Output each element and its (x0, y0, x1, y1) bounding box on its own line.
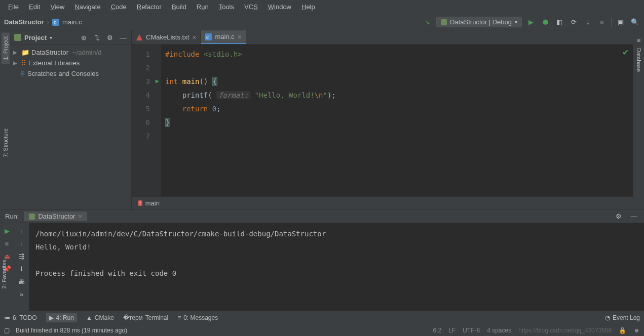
tab-favorites[interactable]: 2: Favorites (0, 256, 8, 292)
tab-eventlog[interactable]: ◔ Event Log (605, 314, 640, 321)
run-tab-label: DataStructor (38, 213, 75, 220)
expand-icon[interactable]: ⇅ (92, 32, 102, 43)
run-icon[interactable]: ▶ (526, 17, 536, 27)
gear-icon[interactable]: ⚙ (614, 212, 624, 222)
tab-database[interactable]: Database (635, 44, 643, 76)
tab-cmakelists[interactable]: CMakeLists.txt × (132, 30, 201, 44)
run-toolbar-left2: ↑ ↓ ⇶ ⤓ 🖶 » (14, 223, 29, 311)
breadcrumb-file[interactable]: main.c (62, 18, 82, 26)
wrap-icon[interactable]: ⇶ (19, 253, 24, 260)
code-token: 0 (212, 105, 216, 113)
status-icon[interactable]: ▢ (4, 327, 10, 334)
tree-scratches[interactable]: ⎘ Scratches and Consoles (11, 68, 131, 79)
profile-icon[interactable]: ⟳ (569, 17, 579, 27)
console-line: Hello, World! (35, 243, 91, 251)
coverage-icon[interactable]: ◧ (554, 17, 564, 27)
editor-tabs: CMakeLists.txt × c main.c × (132, 30, 633, 45)
chevron-down-icon[interactable]: ▾ (50, 35, 52, 40)
print-icon[interactable]: 🖶 (18, 278, 25, 285)
menu-code[interactable]: Code (107, 2, 131, 12)
menu-vcs[interactable]: VCS (240, 2, 262, 12)
hide-icon[interactable]: — (629, 212, 639, 222)
application-icon (441, 19, 447, 25)
menu-navigate[interactable]: Navigate (70, 2, 104, 12)
code-token: int (165, 77, 178, 86)
tab-terminal[interactable]: �терм Terminal (123, 314, 168, 321)
menu-help[interactable]: Help (297, 2, 319, 12)
tab-structure[interactable]: 7: Structure (2, 124, 10, 161)
search-icon[interactable]: 🔍 (630, 17, 640, 27)
stop-icon[interactable]: ■ (597, 17, 607, 27)
menu-edit[interactable]: Edit (25, 2, 44, 12)
separator (611, 18, 612, 27)
crumb-label[interactable]: main (145, 199, 160, 207)
layout-icon[interactable]: ▣ (616, 17, 626, 27)
caret-position[interactable]: 6:2 (433, 327, 441, 334)
tab-messages[interactable]: ≡ 0: Messages (177, 314, 218, 321)
code-token: \n (315, 91, 323, 99)
tab-project[interactable]: 1: Project (2, 32, 10, 64)
left-tool-strip: 1: Project 7: Structure (0, 30, 11, 209)
c-file-icon: c (205, 33, 212, 40)
code-token: #include (165, 50, 199, 58)
close-icon[interactable]: × (238, 33, 242, 41)
target-icon[interactable]: ⊕ (79, 32, 89, 43)
tree-label: DataStructor (31, 49, 68, 56)
run-tab[interactable]: DataStructor × (24, 212, 87, 221)
menu-tools[interactable]: Tools (215, 2, 238, 12)
project-tool-window: Project ▾ ⊕ ⇅ ⚙ — ▶ 📁 DataStructor ~/adm… (11, 30, 132, 209)
down-icon[interactable]: ↓ (20, 240, 23, 247)
hide-icon[interactable]: — (118, 32, 128, 43)
rerun-icon[interactable]: ▶ (5, 227, 10, 235)
editor-body[interactable]: 1 2 3 4 5 6 7 ▶ #include <stdio.h> int m… (132, 45, 633, 196)
toolbar: DataStructor › c main.c ↘ DataStructor |… (0, 14, 644, 30)
folder-icon: 📁 (21, 49, 29, 56)
menu-view[interactable]: View (46, 2, 68, 12)
expand-arrow-icon[interactable]: ▶ (13, 60, 19, 66)
svg-text:c: c (206, 34, 209, 40)
scroll-icon[interactable]: ⤓ (19, 265, 24, 273)
chevron-down-icon: ▾ (515, 19, 517, 25)
database-icon[interactable]: ≡ (637, 36, 641, 44)
close-icon[interactable]: × (192, 33, 196, 41)
indent[interactable]: 4 spaces (487, 327, 511, 334)
encoding[interactable]: UTF-8 (463, 327, 480, 334)
scratch-icon: ⎘ (21, 70, 25, 77)
more-icon[interactable]: » (20, 290, 23, 298)
breadcrumb-project[interactable]: DataStructor (4, 18, 44, 26)
application-icon (29, 214, 35, 220)
tab-todo[interactable]: ≔ 6: TODO (4, 314, 37, 321)
gear-icon[interactable]: ⚙ (105, 32, 115, 43)
debug-icon[interactable]: ⬢ (540, 17, 550, 27)
close-icon[interactable]: × (78, 213, 82, 220)
menu-run[interactable]: Run (193, 2, 213, 12)
attach-icon[interactable]: ⤓ (583, 17, 593, 27)
line-ending[interactable]: LF (448, 327, 456, 334)
menu-window[interactable]: Window (264, 2, 295, 12)
console-output[interactable]: /home/liuxin/admin/dev/C/DataStructor/cm… (29, 223, 644, 311)
gutter-run-icon[interactable]: ▶ (156, 74, 159, 88)
tree-external-libs[interactable]: ▶ ⠿ External Libraries (11, 58, 131, 68)
stop-icon[interactable]: ■ (5, 240, 9, 247)
tab-main-c[interactable]: c main.c × (201, 30, 246, 44)
code-content[interactable]: #include <stdio.h> int main() { printf( … (161, 45, 633, 196)
tree-root[interactable]: ▶ 📁 DataStructor ~/admin/d (11, 47, 131, 58)
run-label: Run: (5, 213, 19, 220)
console-line: Process finished with exit code 0 (35, 269, 176, 277)
menu-build[interactable]: Build (168, 2, 191, 12)
menu-file[interactable]: File (4, 2, 23, 12)
run-config-select[interactable]: DataStructor | Debug ▾ (436, 17, 522, 27)
code-token: () (199, 77, 212, 86)
line-number: 5 (135, 102, 150, 116)
svg-rect-3 (14, 34, 21, 41)
tree-label: Scratches and Consoles (27, 70, 99, 77)
inspection-ok-icon[interactable]: ✔ (622, 48, 629, 57)
lock-icon[interactable]: 🔒 (619, 327, 626, 334)
tab-run[interactable]: ▶ 4: Run (46, 313, 77, 322)
menu-refactor[interactable]: Refactor (133, 2, 166, 12)
up-icon[interactable]: ↑ (20, 227, 23, 235)
tab-cmake[interactable]: ▲ CMake (86, 314, 114, 321)
hammer-icon[interactable]: ↘ (422, 17, 432, 27)
expand-arrow-icon[interactable]: ▶ (13, 50, 19, 55)
hector-icon[interactable]: ☻ (633, 327, 640, 334)
